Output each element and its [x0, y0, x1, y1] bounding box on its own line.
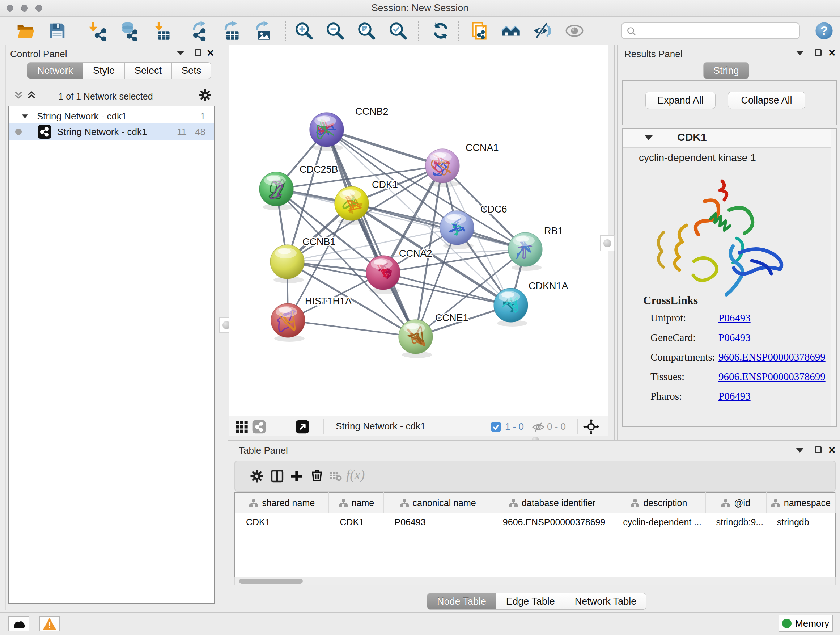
- node-label[interactable]: CCNA1: [466, 142, 499, 153]
- tab-select[interactable]: Select: [125, 62, 172, 79]
- refresh-view-button[interactable]: [431, 21, 450, 41]
- node-label[interactable]: CCNB2: [355, 106, 388, 117]
- node-label[interactable]: CCNA2: [399, 248, 432, 259]
- delete-column-button[interactable]: [309, 468, 324, 484]
- import-network-from-database-button[interactable]: [118, 21, 138, 41]
- column-header-shared-name[interactable]: shared name: [235, 493, 329, 513]
- control-panel-menu-button[interactable]: [177, 51, 185, 57]
- table-cell[interactable]: stringdb:9...: [706, 513, 766, 531]
- table-settings-gear-button[interactable]: [249, 469, 264, 485]
- column-header-namespace[interactable]: namespace: [766, 493, 835, 513]
- column-header-canonical-name[interactable]: canonical name: [384, 493, 492, 513]
- tab-network-table[interactable]: Network Table: [565, 593, 647, 610]
- home-panel-button[interactable]: [501, 21, 521, 41]
- fit-selected-button[interactable]: [583, 419, 599, 436]
- node-label[interactable]: RB1: [544, 226, 563, 236]
- table-panel-close-button[interactable]: ×: [829, 447, 835, 455]
- table-cell[interactable]: CDK1: [235, 513, 329, 531]
- table-cell[interactable]: CDK1: [329, 513, 384, 531]
- table-cell[interactable]: cyclin-dependent ...: [612, 513, 705, 531]
- node-rb1[interactable]: [508, 233, 542, 266]
- network-canvas[interactable]: CCNB2CCNA1CDC25BCDK1CDC6RB1CCNB1CCNA2CDK…: [229, 45, 608, 416]
- network-collection-row[interactable]: String Network - cdk1 1: [9, 108, 214, 125]
- crosslink-value-link[interactable]: 9606.ENSP00000378699: [718, 371, 826, 382]
- export-table-button[interactable]: [221, 21, 240, 41]
- network-graph[interactable]: CCNB2CCNA1CDC25BCDK1CDC6RB1CCNB1CCNA2CDK…: [229, 45, 608, 416]
- table-cell[interactable]: P06493: [384, 513, 492, 531]
- node-ccnb1[interactable]: [270, 245, 304, 279]
- collapse-all-button[interactable]: Collapse All: [728, 92, 805, 109]
- show-columns-button[interactable]: [270, 469, 284, 485]
- export-image-button[interactable]: [252, 21, 272, 41]
- node-label[interactable]: CDC25B: [300, 164, 338, 175]
- import-table-from-file-button[interactable]: [152, 21, 171, 41]
- tab-edge-table[interactable]: Edge Table: [496, 593, 565, 610]
- node-hist1h1a[interactable]: [271, 303, 305, 337]
- memory-status-button[interactable]: Memory: [778, 615, 833, 632]
- tab-sets[interactable]: Sets: [172, 62, 211, 79]
- hide-selected-button[interactable]: [533, 21, 553, 41]
- selected-nodes-checkbox[interactable]: [491, 421, 501, 433]
- node-cdkn1a[interactable]: [494, 288, 528, 322]
- tab-style[interactable]: Style: [83, 62, 125, 79]
- zoom-out-button[interactable]: [325, 21, 345, 41]
- collapse-section-icon[interactable]: [645, 135, 653, 140]
- control-panel-float-button[interactable]: [195, 49, 202, 57]
- edge[interactable]: [288, 320, 416, 337]
- zoom-fit-button[interactable]: [357, 21, 376, 41]
- zoom-selected-button[interactable]: [388, 21, 408, 41]
- grid-view-button[interactable]: [234, 420, 249, 435]
- search-input[interactable]: [641, 24, 798, 38]
- cloud-status-button[interactable]: [8, 616, 29, 631]
- cdk1-card-header[interactable]: CDK1: [623, 129, 836, 148]
- string-view-button[interactable]: [252, 420, 266, 435]
- scrollbar-thumb[interactable]: [239, 578, 303, 584]
- crosslink-value-link[interactable]: 9606.ENSP00000378699: [718, 351, 826, 363]
- import-network-from-file-button[interactable]: [88, 21, 108, 41]
- open-session-button[interactable]: [16, 21, 35, 41]
- node-label[interactable]: CCNB1: [302, 236, 336, 247]
- save-session-button[interactable]: [47, 21, 67, 41]
- function-builder-button[interactable]: f(x): [346, 467, 365, 483]
- tab-string[interactable]: String: [703, 62, 749, 79]
- node-ccna2[interactable]: [366, 256, 400, 290]
- node-ccne1[interactable]: [399, 320, 433, 354]
- crosslink-value-link[interactable]: P06493: [718, 390, 751, 402]
- right-splitter-handle[interactable]: [600, 235, 615, 251]
- delete-table-button[interactable]: [329, 470, 342, 483]
- export-network-button[interactable]: [189, 21, 209, 41]
- hidden-nodes-button[interactable]: [532, 421, 545, 435]
- node-ccnb2[interactable]: [309, 112, 344, 147]
- network-options-gear-button[interactable]: [198, 88, 212, 103]
- table-row[interactable]: CDK1CDK1P064939606.ENSP00000378699cyclin…: [235, 513, 835, 531]
- table-panel-float-button[interactable]: [815, 447, 821, 454]
- add-column-button[interactable]: [289, 469, 304, 485]
- node-label[interactable]: CCNE1: [435, 312, 469, 323]
- results-panel-menu-button[interactable]: [796, 51, 804, 57]
- help-button[interactable]: ?: [814, 21, 834, 41]
- crosslink-value-link[interactable]: P06493: [718, 312, 751, 324]
- table-cell[interactable]: 9606.ENSP00000378699: [492, 513, 612, 531]
- birds-eye-view-button[interactable]: [295, 420, 309, 435]
- column-header-name[interactable]: name: [329, 493, 384, 513]
- warnings-button[interactable]: [39, 616, 60, 631]
- edge[interactable]: [327, 130, 442, 166]
- node-table[interactable]: shared namenamecanonical namedatabase id…: [234, 492, 836, 578]
- network-row-selected[interactable]: String Network - cdk1 11 48: [9, 123, 214, 141]
- node-label[interactable]: HIST1H1A: [305, 296, 352, 307]
- table-panel-menu-button[interactable]: [796, 448, 804, 454]
- column-header-description[interactable]: description: [612, 493, 705, 513]
- tab-node-table[interactable]: Node Table: [427, 593, 496, 610]
- results-scrollbar[interactable]: [831, 129, 836, 426]
- tab-network[interactable]: Network: [27, 62, 83, 79]
- node-cdc25b[interactable]: [259, 172, 294, 206]
- table-cell[interactable]: stringdb: [766, 513, 835, 531]
- show-all-button[interactable]: [565, 21, 584, 41]
- tree-expander-icon[interactable]: [22, 114, 28, 118]
- node-ccna1[interactable]: [425, 149, 459, 183]
- results-panel-float-button[interactable]: [815, 49, 821, 57]
- node-label[interactable]: CDC6: [480, 204, 507, 215]
- expand-all-button[interactable]: Expand All: [645, 92, 715, 109]
- node-cdc6[interactable]: [440, 211, 474, 245]
- node-cdk1[interactable]: [335, 187, 369, 220]
